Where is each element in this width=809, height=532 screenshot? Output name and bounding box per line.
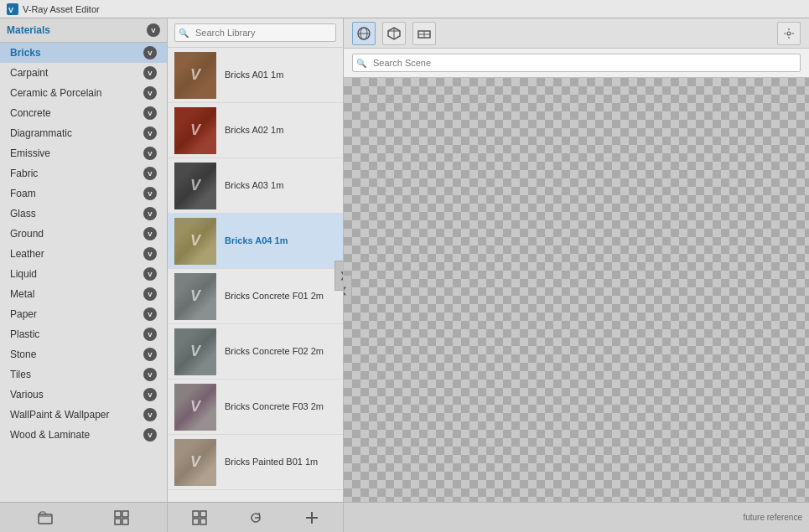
vray-material-badge: V — [143, 66, 157, 80]
vray-thumb-label: V — [190, 343, 200, 360]
library-search-area — [168, 18, 343, 48]
svg-rect-10 — [200, 519, 206, 524]
library-item-name: Bricks A04 1m — [225, 235, 288, 246]
library-item-bricks-concrete-f01[interactable]: V Bricks Concrete F01 2m — [168, 269, 343, 324]
vray-material-badge: V — [143, 348, 157, 361]
vray-material-badge: V — [143, 227, 157, 240]
vray-material-badge: V — [143, 287, 157, 301]
sidebar-item-label: Paper — [10, 308, 143, 320]
library-item-bricks-a01[interactable]: V Bricks A01 1m — [168, 48, 343, 103]
svg-rect-5 — [115, 519, 121, 524]
library-collapse-button[interactable]: ❯ — [334, 261, 344, 291]
vray-badge: V — [147, 23, 160, 37]
sidebar-item-label: Ceramic & Porcelain — [10, 87, 143, 99]
vray-material-badge: V — [143, 247, 157, 261]
sidebar-item-label: Diagrammatic — [10, 127, 143, 139]
sidebar-item-diagrammatic[interactable]: Diagrammatic V — [0, 123, 167, 143]
sidebar-item-label: Glass — [10, 208, 143, 220]
vray-material-badge: V — [143, 127, 157, 140]
plane-preview-button[interactable] — [412, 22, 436, 45]
library-item-bricks-painted-b01[interactable]: V Bricks Painted B01 1m — [168, 435, 343, 490]
scene-search-input[interactable] — [352, 54, 801, 72]
library-item-bricks-a04[interactable]: V Bricks A04 1m — [168, 214, 343, 269]
library-item-thumbnail: V — [174, 328, 216, 375]
svg-rect-6 — [122, 519, 128, 524]
vray-material-badge: V — [143, 106, 157, 120]
vray-thumb-label: V — [190, 66, 200, 84]
sidebar-item-label: Stone — [10, 349, 143, 360]
sidebar-item-various[interactable]: Various V — [0, 385, 167, 405]
vray-material-badge: V — [143, 307, 157, 321]
scene-search-wrap — [352, 54, 801, 72]
library-item-thumbnail: V — [174, 163, 216, 209]
library-item-bricks-a03[interactable]: V Bricks A03 1m — [168, 158, 343, 214]
sidebar-item-tiles[interactable]: Tiles V — [0, 364, 167, 385]
library-item-bricks-concrete-f03[interactable]: V Bricks Concrete F03 2m — [168, 380, 343, 435]
library-item-name: Bricks A02 1m — [225, 124, 283, 136]
sidebar-item-label: Leather — [10, 248, 143, 260]
library-item-name: Bricks A03 1m — [225, 179, 283, 191]
library-search-input[interactable] — [174, 23, 336, 42]
sidebar-item-wallpaint[interactable]: WallPaint & Wallpaper V — [0, 405, 167, 425]
library-item-name: Bricks Concrete F02 2m — [225, 345, 324, 357]
sidebar-item-bricks[interactable]: Bricks V — [0, 43, 167, 63]
svg-rect-7 — [193, 511, 199, 517]
sidebar-item-foam[interactable]: Foam V — [0, 183, 167, 204]
sidebar-item-label: Emissive — [10, 147, 143, 159]
sidebar-item-wood[interactable]: Wood & Laminate V — [0, 425, 167, 445]
sidebar-item-label: Concrete — [10, 107, 143, 119]
sidebar-item-carpaint[interactable]: Carpaint V — [0, 63, 167, 83]
preview-settings-button[interactable] — [777, 22, 801, 45]
library-panel: V Bricks A01 1m V Bricks A02 1m V Bricks… — [168, 18, 344, 532]
sidebar-item-label: Plastic — [10, 328, 143, 340]
library-grid-button[interactable] — [189, 508, 210, 528]
sphere-preview-button[interactable] — [352, 22, 376, 45]
library-item-thumbnail: V — [174, 273, 216, 320]
right-collapse-button[interactable]: ❮ — [344, 275, 352, 305]
library-item-thumbnail: V — [174, 52, 216, 99]
grid-view-button[interactable] — [111, 508, 132, 528]
sidebar-item-ceramic[interactable]: Ceramic & Porcelain V — [0, 83, 167, 103]
sidebar-item-paper[interactable]: Paper V — [0, 304, 167, 324]
preview-footer: future reference — [344, 502, 809, 532]
open-folder-button[interactable] — [35, 508, 55, 528]
sidebar-item-label: WallPaint & Wallpaper — [10, 409, 143, 421]
vray-material-badge: V — [143, 428, 157, 442]
sidebar-item-glass[interactable]: Glass V — [0, 204, 167, 224]
svg-rect-8 — [200, 511, 206, 517]
sidebar-item-emissive[interactable]: Emissive V — [0, 143, 167, 163]
sidebar-item-label: Fabric — [10, 168, 143, 179]
library-item-bricks-concrete-f02[interactable]: V Bricks Concrete F02 2m — [168, 324, 343, 380]
sidebar-item-leather[interactable]: Leather V — [0, 244, 167, 264]
sidebar-item-concrete[interactable]: Concrete V — [0, 103, 167, 123]
library-item-bricks-a02[interactable]: V Bricks A02 1m — [168, 103, 343, 158]
vray-material-badge: V — [143, 147, 157, 160]
vray-material-badge: V — [143, 167, 157, 180]
library-search-wrap — [174, 23, 336, 42]
library-item-thumbnail: V — [174, 384, 216, 431]
vray-thumb-label: V — [190, 287, 200, 305]
vray-material-badge: V — [143, 86, 157, 100]
sidebar-item-metal[interactable]: Metal V — [0, 284, 167, 304]
sidebar-item-stone[interactable]: Stone V — [0, 344, 167, 364]
svg-text:V: V — [8, 6, 13, 14]
vray-thumb-label: V — [190, 121, 200, 139]
library-add-button[interactable] — [302, 508, 322, 528]
scene-search-area — [344, 49, 809, 78]
sidebar-footer — [0, 502, 167, 532]
cube-preview-button[interactable] — [382, 22, 406, 45]
vray-thumb-label: V — [190, 453, 200, 471]
sidebar-item-plastic[interactable]: Plastic V — [0, 324, 167, 344]
sidebar-item-fabric[interactable]: Fabric V — [0, 163, 167, 183]
vray-thumb-label: V — [190, 398, 200, 416]
library-item-name: Bricks Painted B01 1m — [225, 456, 318, 467]
library-refresh-button[interactable] — [246, 508, 266, 528]
vray-material-badge: V — [143, 187, 157, 200]
sidebar-header: Materials V — [0, 18, 167, 43]
sidebar-item-ground[interactable]: Ground V — [0, 224, 167, 244]
library-item-thumbnail: V — [174, 218, 216, 265]
sidebar-item-label: Wood & Laminate — [10, 429, 143, 441]
vray-material-badge: V — [143, 368, 157, 381]
preview-toolbar-right — [777, 22, 801, 45]
sidebar-item-liquid[interactable]: Liquid V — [0, 264, 167, 284]
